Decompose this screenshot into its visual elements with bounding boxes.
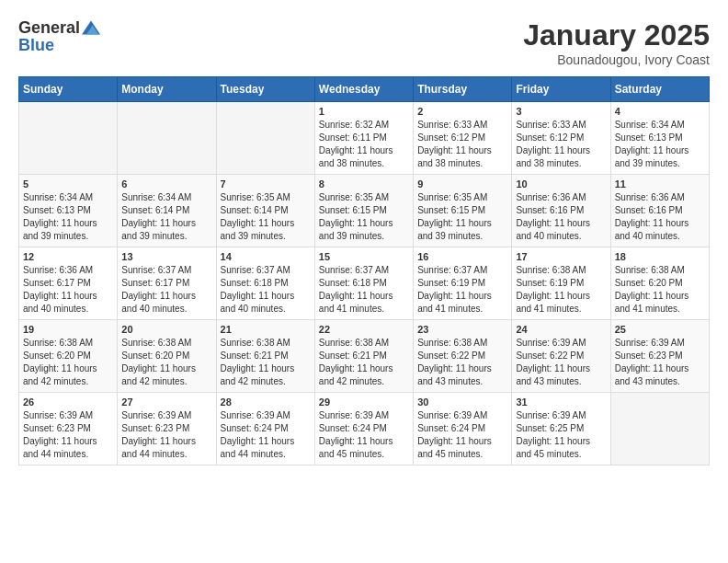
day-number: 5 xyxy=(23,178,113,190)
calendar-cell: 21Sunrise: 6:38 AMSunset: 6:21 PMDayligh… xyxy=(216,320,314,393)
calendar-week-row: 12Sunrise: 6:36 AMSunset: 6:17 PMDayligh… xyxy=(19,247,710,320)
day-info: Sunrise: 6:37 AMSunset: 6:19 PMDaylight:… xyxy=(417,264,507,316)
day-info: Sunrise: 6:39 AMSunset: 6:23 PMDaylight:… xyxy=(121,409,211,461)
calendar-cell: 19Sunrise: 6:38 AMSunset: 6:20 PMDayligh… xyxy=(19,320,118,393)
logo-icon xyxy=(82,18,100,37)
day-info: Sunrise: 6:39 AMSunset: 6:23 PMDaylight:… xyxy=(615,337,705,388)
day-info: Sunrise: 6:38 AMSunset: 6:20 PMDaylight:… xyxy=(23,337,113,388)
calendar-cell: 28Sunrise: 6:39 AMSunset: 6:24 PMDayligh… xyxy=(216,393,314,465)
day-number: 9 xyxy=(417,178,507,190)
calendar-cell: 13Sunrise: 6:37 AMSunset: 6:17 PMDayligh… xyxy=(118,247,216,320)
day-number: 3 xyxy=(516,106,606,117)
day-number: 14 xyxy=(221,251,311,262)
weekday-header: Monday xyxy=(118,77,216,102)
day-info: Sunrise: 6:39 AMSunset: 6:22 PMDaylight:… xyxy=(516,337,606,388)
calendar-week-row: 26Sunrise: 6:39 AMSunset: 6:23 PMDayligh… xyxy=(19,393,710,465)
day-info: Sunrise: 6:38 AMSunset: 6:20 PMDaylight:… xyxy=(615,264,705,316)
logo-blue: Blue xyxy=(18,37,54,53)
day-number: 17 xyxy=(516,251,606,262)
day-number: 28 xyxy=(221,396,311,408)
day-number: 15 xyxy=(319,251,409,262)
calendar-cell xyxy=(118,102,216,175)
calendar-cell: 8Sunrise: 6:35 AMSunset: 6:15 PMDaylight… xyxy=(314,175,413,247)
calendar-cell: 6Sunrise: 6:34 AMSunset: 6:14 PMDaylight… xyxy=(118,175,216,247)
calendar-cell: 11Sunrise: 6:36 AMSunset: 6:16 PMDayligh… xyxy=(610,175,709,247)
weekday-header: Friday xyxy=(512,77,610,102)
calendar-cell: 7Sunrise: 6:35 AMSunset: 6:14 PMDaylight… xyxy=(216,175,314,247)
day-info: Sunrise: 6:36 AMSunset: 6:17 PMDaylight:… xyxy=(23,264,113,316)
day-number: 24 xyxy=(516,324,606,335)
weekday-header: Thursday xyxy=(414,77,512,102)
day-number: 20 xyxy=(121,324,211,335)
day-info: Sunrise: 6:36 AMSunset: 6:16 PMDaylight:… xyxy=(516,191,606,243)
calendar-cell: 1Sunrise: 6:32 AMSunset: 6:11 PMDaylight… xyxy=(314,102,413,175)
calendar-cell: 15Sunrise: 6:37 AMSunset: 6:18 PMDayligh… xyxy=(314,247,413,320)
day-number: 27 xyxy=(121,396,211,408)
day-info: Sunrise: 6:39 AMSunset: 6:24 PMDaylight:… xyxy=(319,409,409,461)
calendar-cell: 27Sunrise: 6:39 AMSunset: 6:23 PMDayligh… xyxy=(118,393,216,465)
day-number: 16 xyxy=(417,251,507,262)
day-info: Sunrise: 6:33 AMSunset: 6:12 PMDaylight:… xyxy=(417,119,507,170)
calendar-cell: 29Sunrise: 6:39 AMSunset: 6:24 PMDayligh… xyxy=(314,393,413,465)
day-info: Sunrise: 6:38 AMSunset: 6:22 PMDaylight:… xyxy=(417,337,507,388)
calendar-cell xyxy=(610,393,709,465)
day-number: 6 xyxy=(121,178,211,190)
day-number: 22 xyxy=(319,324,409,335)
day-info: Sunrise: 6:34 AMSunset: 6:13 PMDaylight:… xyxy=(23,191,113,243)
title-block: January 2025 Bounadougou, Ivory Coast xyxy=(523,18,710,67)
day-info: Sunrise: 6:38 AMSunset: 6:21 PMDaylight:… xyxy=(319,337,409,388)
day-number: 12 xyxy=(23,251,113,262)
logo: General Blue xyxy=(18,18,100,53)
day-info: Sunrise: 6:32 AMSunset: 6:11 PMDaylight:… xyxy=(319,119,409,170)
day-number: 31 xyxy=(516,396,606,408)
calendar-cell: 17Sunrise: 6:38 AMSunset: 6:19 PMDayligh… xyxy=(512,247,610,320)
calendar-cell: 10Sunrise: 6:36 AMSunset: 6:16 PMDayligh… xyxy=(512,175,610,247)
weekday-header: Sunday xyxy=(19,77,118,102)
calendar-cell: 4Sunrise: 6:34 AMSunset: 6:13 PMDaylight… xyxy=(610,102,709,175)
day-number: 11 xyxy=(615,178,705,190)
calendar-week-row: 5Sunrise: 6:34 AMSunset: 6:13 PMDaylight… xyxy=(19,175,710,247)
day-info: Sunrise: 6:38 AMSunset: 6:20 PMDaylight:… xyxy=(121,337,211,388)
calendar-cell xyxy=(216,102,314,175)
day-info: Sunrise: 6:39 AMSunset: 6:23 PMDaylight:… xyxy=(23,409,113,461)
calendar-cell xyxy=(19,102,118,175)
calendar-cell: 9Sunrise: 6:35 AMSunset: 6:15 PMDaylight… xyxy=(414,175,512,247)
calendar-cell: 5Sunrise: 6:34 AMSunset: 6:13 PMDaylight… xyxy=(19,175,118,247)
calendar-cell: 23Sunrise: 6:38 AMSunset: 6:22 PMDayligh… xyxy=(414,320,512,393)
day-info: Sunrise: 6:35 AMSunset: 6:15 PMDaylight:… xyxy=(417,191,507,243)
day-number: 21 xyxy=(221,324,311,335)
day-info: Sunrise: 6:38 AMSunset: 6:21 PMDaylight:… xyxy=(221,337,311,388)
day-number: 18 xyxy=(615,251,705,262)
calendar-cell: 2Sunrise: 6:33 AMSunset: 6:12 PMDaylight… xyxy=(414,102,512,175)
calendar-cell: 12Sunrise: 6:36 AMSunset: 6:17 PMDayligh… xyxy=(19,247,118,320)
day-number: 7 xyxy=(221,178,311,190)
calendar-cell: 22Sunrise: 6:38 AMSunset: 6:21 PMDayligh… xyxy=(314,320,413,393)
day-number: 29 xyxy=(319,396,409,408)
day-info: Sunrise: 6:37 AMSunset: 6:17 PMDaylight:… xyxy=(121,264,211,316)
day-info: Sunrise: 6:39 AMSunset: 6:24 PMDaylight:… xyxy=(417,409,507,461)
month-title: January 2025 xyxy=(523,18,710,52)
calendar-cell: 20Sunrise: 6:38 AMSunset: 6:20 PMDayligh… xyxy=(118,320,216,393)
day-number: 19 xyxy=(23,324,113,335)
day-info: Sunrise: 6:35 AMSunset: 6:15 PMDaylight:… xyxy=(319,191,409,243)
weekday-header: Tuesday xyxy=(216,77,314,102)
day-info: Sunrise: 6:37 AMSunset: 6:18 PMDaylight:… xyxy=(319,264,409,316)
calendar-cell: 14Sunrise: 6:37 AMSunset: 6:18 PMDayligh… xyxy=(216,247,314,320)
day-number: 13 xyxy=(121,251,211,262)
calendar-cell: 30Sunrise: 6:39 AMSunset: 6:24 PMDayligh… xyxy=(414,393,512,465)
calendar-cell: 26Sunrise: 6:39 AMSunset: 6:23 PMDayligh… xyxy=(19,393,118,465)
day-info: Sunrise: 6:37 AMSunset: 6:18 PMDaylight:… xyxy=(221,264,311,316)
calendar-week-row: 1Sunrise: 6:32 AMSunset: 6:11 PMDaylight… xyxy=(19,102,710,175)
day-number: 30 xyxy=(417,396,507,408)
calendar-week-row: 19Sunrise: 6:38 AMSunset: 6:20 PMDayligh… xyxy=(19,320,710,393)
calendar-cell: 18Sunrise: 6:38 AMSunset: 6:20 PMDayligh… xyxy=(610,247,709,320)
day-info: Sunrise: 6:36 AMSunset: 6:16 PMDaylight:… xyxy=(615,191,705,243)
subtitle: Bounadougou, Ivory Coast xyxy=(523,52,710,67)
day-number: 10 xyxy=(516,178,606,190)
day-info: Sunrise: 6:33 AMSunset: 6:12 PMDaylight:… xyxy=(516,119,606,170)
calendar-cell: 16Sunrise: 6:37 AMSunset: 6:19 PMDayligh… xyxy=(414,247,512,320)
day-number: 25 xyxy=(615,324,705,335)
day-number: 8 xyxy=(319,178,409,190)
day-info: Sunrise: 6:34 AMSunset: 6:14 PMDaylight:… xyxy=(121,191,211,243)
calendar-cell: 31Sunrise: 6:39 AMSunset: 6:25 PMDayligh… xyxy=(512,393,610,465)
